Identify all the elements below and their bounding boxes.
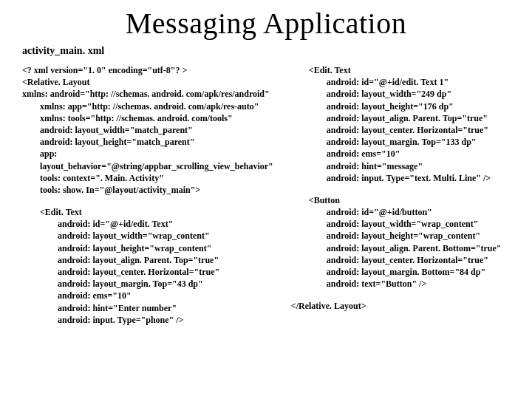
code-line: tools: context=". Main. Activity" (22, 172, 273, 184)
code-line: android: id="@+id/edit. Text" (22, 218, 273, 230)
code-line: android: layout_width="match_parent" (22, 124, 273, 136)
code-line: <Edit. Text (291, 64, 510, 76)
right-column: <Edit. Text android: id="@+id/edit. Text… (291, 64, 510, 336)
code-line: <? xml version="1. 0" encoding="utf-8"? … (22, 64, 273, 76)
code-line: android: input. Type="phone" /> (22, 314, 273, 326)
code-line: android: id="@+id/edit. Text 1" (291, 76, 510, 88)
code-line: android: layout_margin. Top="133 dp" (291, 136, 510, 148)
code-line: android: layout_width="249 dp" (291, 88, 510, 100)
code-line: android: layout_height="wrap_content" (22, 242, 273, 254)
slide: Messaging Application activity_main. xml… (0, 0, 532, 399)
code-line: android: layout_height="match_parent" (22, 136, 273, 148)
edit-text-2-block: <Edit. Text android: id="@+id/edit. Text… (291, 64, 510, 184)
code-line: android: layout_width="wrap_content" (22, 230, 273, 242)
button-block: <Button android: id="@+id/button" androi… (291, 194, 510, 290)
code-line: android: ems="10" (291, 148, 510, 160)
code-line: android: ems="10" (22, 290, 273, 301)
code-line: <Relative. Layout (22, 76, 273, 88)
code-line: android: layout_align. Parent. Bottom="t… (291, 242, 510, 254)
code-line: android: layout_align. Parent. Top="true… (291, 112, 510, 124)
code-line: android: id="@+id/button" (291, 206, 510, 218)
closing-tag-block: </Relative. Layout> (291, 300, 510, 312)
left-column: <? xml version="1. 0" encoding="utf-8"? … (22, 64, 273, 336)
code-line: </Relative. Layout> (291, 300, 510, 312)
code-line: <Edit. Text (22, 206, 273, 218)
code-line: android: layout_center. Horizontal="true… (291, 124, 510, 136)
code-line: android: layout_align. Parent. Top="true… (22, 254, 273, 266)
code-line: xmlns: android="http: //schemas. android… (22, 88, 273, 100)
code-line: android: layout_center. Horizontal="true… (22, 266, 273, 278)
code-line: android: hint="message" (291, 160, 510, 172)
code-line: android: input. Type="text. Multi. Line"… (291, 172, 510, 184)
code-line: android: layout_margin. Bottom="84 dp" (291, 266, 510, 278)
slide-title: Messaging Application (22, 6, 510, 41)
code-line: android: layout_center. Horizontal="true… (291, 254, 510, 266)
edit-text-1-block: <Edit. Text android: id="@+id/edit. Text… (22, 206, 273, 326)
columns: <? xml version="1. 0" encoding="utf-8"? … (22, 64, 510, 336)
code-line: android: layout_height="176 dp" (291, 100, 510, 112)
code-line: android: layout_margin. Top="43 dp" (22, 278, 273, 290)
code-line: android: layout_height="wrap_content" (291, 230, 510, 242)
code-line: android: hint="Enter number" (22, 302, 273, 314)
xml-root-block: <? xml version="1. 0" encoding="utf-8"? … (22, 64, 273, 196)
code-line: tools: show. In="@layout/activity_main"> (22, 184, 273, 196)
slide-subtitle: activity_main. xml (22, 45, 510, 57)
code-line: xmlns: tools="http: //schemas. android. … (22, 112, 273, 124)
code-line: android: layout_width="wrap_content" (291, 218, 510, 230)
code-line: android: text="Button" /> (291, 278, 510, 290)
code-line: xmlns: app="http: //schemas. android. co… (22, 100, 273, 112)
code-line: app: layout_behavior="@string/appbar_scr… (22, 148, 273, 171)
code-line: <Button (291, 194, 510, 206)
